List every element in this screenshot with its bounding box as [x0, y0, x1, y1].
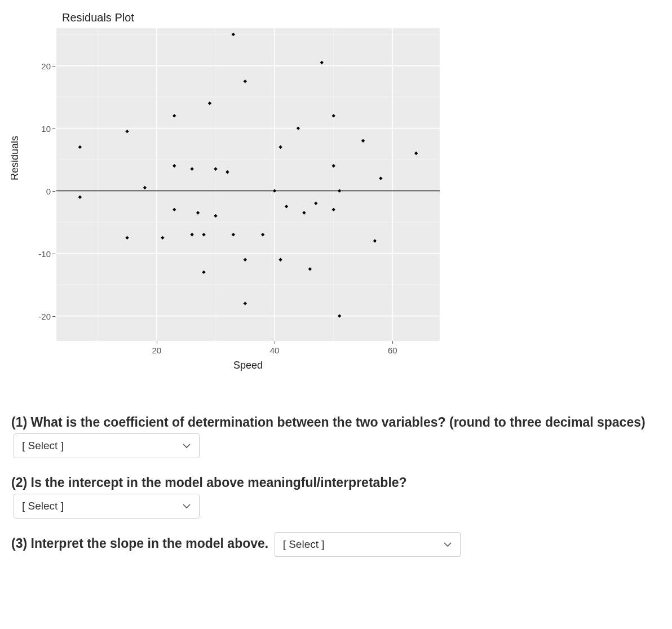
select-dropdown-q3[interactable]: [ Select ]	[275, 532, 461, 557]
x-tick-label: 20	[152, 345, 162, 355]
select-placeholder: [ Select ]	[22, 497, 64, 515]
select-dropdown-q1[interactable]: [ Select ]	[14, 433, 200, 458]
x-tick-label: 60	[388, 345, 397, 355]
y-tick-label: -10	[38, 249, 51, 258]
plot-panel	[56, 28, 440, 341]
residuals-plot: Residuals Plot Residuals -20-1001020 204…	[11, 11, 451, 372]
y-ticks: -20-1001020	[11, 28, 55, 341]
question-3: (3) Interpret the slope in the model abo…	[11, 532, 661, 557]
question-3-text: (3) Interpret the slope in the model abo…	[11, 536, 268, 551]
chevron-down-icon	[182, 441, 191, 450]
select-placeholder: [ Select ]	[22, 437, 64, 455]
x-axis-label: Speed	[56, 360, 440, 371]
question-2: (2) Is the intercept in the model above …	[11, 472, 661, 519]
question-1-text: (1) What is the coefficient of determina…	[11, 415, 646, 429]
x-tick-label: 40	[270, 345, 280, 355]
question-1: (1) What is the coefficient of determina…	[11, 411, 661, 458]
x-ticks: 204060	[56, 341, 440, 358]
questions-block: (1) What is the coefficient of determina…	[11, 411, 661, 557]
question-2-text: (2) Is the intercept in the model above …	[11, 475, 407, 490]
chart-title: Residuals Plot	[62, 11, 134, 24]
y-tick-label: 20	[41, 61, 51, 70]
y-tick-label: 0	[46, 186, 51, 196]
y-tick-label: -20	[38, 311, 51, 321]
select-dropdown-q2[interactable]: [ Select ]	[14, 494, 200, 519]
y-tick-label: 10	[41, 123, 51, 133]
chevron-down-icon	[443, 540, 452, 549]
select-placeholder: [ Select ]	[283, 535, 325, 553]
chevron-down-icon	[182, 502, 191, 511]
